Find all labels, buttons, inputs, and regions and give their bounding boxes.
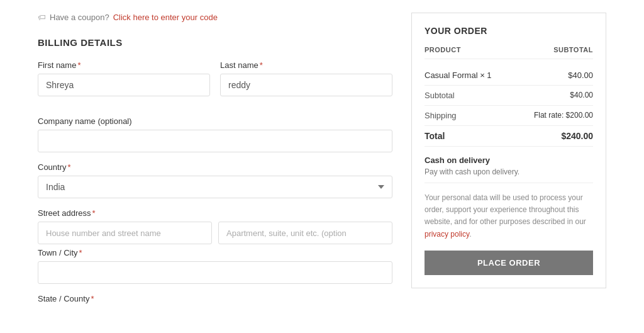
payment-section: Cash on delivery Pay with cash upon deli… [425, 147, 593, 183]
country-select[interactable]: India United States United Kingdom Austr… [38, 176, 392, 198]
company-input[interactable] [38, 130, 392, 152]
coupon-link[interactable]: Click here to enter your code [113, 13, 218, 22]
company-label: Company name (optional) [38, 116, 392, 126]
street-input-group2 [218, 222, 392, 244]
state-group: State / County* [38, 294, 392, 307]
street-input-group1 [38, 222, 212, 244]
total-value: $240.00 [561, 131, 593, 141]
country-label: Country* [38, 162, 392, 172]
product-name: Casual Formal × 1 [425, 71, 492, 80]
total-label: Total [425, 131, 445, 141]
shipping-label: Shipping [425, 111, 457, 120]
place-order-button[interactable]: PLACE ORDER [425, 251, 593, 275]
city-group: Town / City* [38, 248, 392, 284]
product-row: Casual Formal × 1 $40.00 [425, 65, 593, 86]
order-summary: YOUR ORDER PRODUCT SUBTOTAL Casual Forma… [411, 13, 606, 317]
tag-icon: 🏷 [38, 13, 46, 22]
order-header: PRODUCT SUBTOTAL [425, 46, 593, 59]
billing-form: 🏷 Have a coupon? Click here to enter you… [38, 13, 392, 317]
street-input-1[interactable] [38, 222, 212, 244]
subtotal-label: Subtotal [425, 91, 455, 100]
street-address-label: Street address* [38, 208, 392, 218]
coupon-bar: 🏷 Have a coupon? Click here to enter you… [38, 13, 392, 22]
total-row: Total $240.00 [425, 126, 593, 147]
order-title: YOUR ORDER [425, 26, 593, 36]
company-group: Company name (optional) [38, 116, 392, 152]
product-col-header: PRODUCT [425, 46, 461, 54]
state-label: State / County* [38, 294, 392, 303]
street-address-group: Street address* [38, 208, 392, 244]
coupon-text: Have a coupon? [50, 13, 109, 22]
billing-title: BILLING DETAILS [38, 37, 392, 48]
payment-title: Cash on delivery [425, 155, 593, 165]
last-name-label: Last name* [220, 60, 392, 70]
first-name-input[interactable] [38, 74, 210, 96]
product-price: $40.00 [568, 71, 593, 80]
first-name-group: First name* [38, 60, 210, 96]
street-row [38, 222, 392, 244]
street-input-2[interactable] [218, 222, 392, 244]
payment-desc: Pay with cash upon delivery. [425, 167, 593, 176]
privacy-text: Your personal data will be used to proce… [425, 183, 593, 251]
subtotal-col-header: SUBTOTAL [553, 46, 593, 54]
country-group: Country* India United States United King… [38, 162, 392, 198]
subtotal-row: Subtotal $40.00 [425, 86, 593, 106]
last-name-input[interactable] [220, 74, 392, 96]
city-input[interactable] [38, 261, 392, 284]
city-label: Town / City* [38, 248, 392, 257]
shipping-row: Shipping Flat rate: $200.00 [425, 106, 593, 126]
shipping-value: Flat rate: $200.00 [534, 111, 593, 120]
subtotal-value: $40.00 [570, 91, 593, 100]
name-row: First name* Last name* [38, 60, 392, 106]
order-box: YOUR ORDER PRODUCT SUBTOTAL Casual Forma… [411, 13, 606, 288]
last-name-group: Last name* [220, 60, 392, 96]
privacy-policy-link[interactable]: privacy policy [425, 230, 469, 239]
first-name-label: First name* [38, 60, 210, 70]
